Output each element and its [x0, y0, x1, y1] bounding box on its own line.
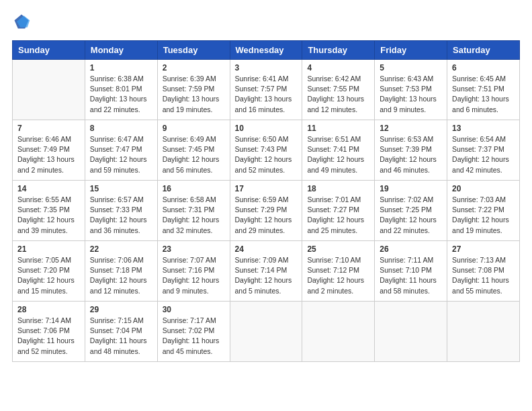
calendar-cell: 12Sunrise: 6:53 AMSunset: 7:39 PMDayligh…	[375, 120, 447, 181]
calendar-cell: 22Sunrise: 7:06 AMSunset: 7:18 PMDayligh…	[85, 241, 157, 302]
day-number: 12	[380, 124, 442, 133]
weekday-header: Thursday	[302, 41, 375, 60]
day-detail: Sunrise: 6:53 AMSunset: 7:39 PMDaylight:…	[380, 134, 442, 175]
calendar-cell	[302, 302, 375, 362]
day-detail: Sunrise: 7:05 AMSunset: 7:20 PMDaylight:…	[17, 255, 80, 296]
calendar-cell: 28Sunrise: 7:14 AMSunset: 7:06 PMDayligh…	[13, 302, 85, 362]
calendar-week-row: 14Sunrise: 6:55 AMSunset: 7:35 PMDayligh…	[13, 181, 520, 241]
calendar-cell: 8Sunrise: 6:47 AMSunset: 7:47 PMDaylight…	[85, 120, 157, 181]
day-detail: Sunrise: 6:58 AMSunset: 7:31 PMDaylight:…	[163, 195, 225, 236]
day-detail: Sunrise: 7:15 AMSunset: 7:04 PMDaylight:…	[90, 316, 152, 357]
calendar-week-row: 1Sunrise: 6:38 AMSunset: 8:01 PMDaylight…	[13, 60, 520, 120]
calendar-cell: 19Sunrise: 7:02 AMSunset: 7:25 PMDayligh…	[375, 181, 447, 241]
day-number: 24	[235, 244, 298, 254]
calendar-cell	[13, 60, 85, 120]
calendar-cell	[375, 302, 447, 362]
calendar-cell: 14Sunrise: 6:55 AMSunset: 7:35 PMDayligh…	[13, 181, 85, 241]
weekday-header: Saturday	[447, 41, 520, 60]
day-number: 18	[307, 184, 369, 193]
calendar-cell: 17Sunrise: 6:59 AMSunset: 7:29 PMDayligh…	[230, 181, 302, 241]
day-number: 21	[17, 244, 80, 254]
day-number: 13	[452, 124, 515, 133]
logo-icon	[12, 12, 31, 31]
calendar-header-row: SundayMondayTuesdayWednesdayThursdayFrid…	[13, 41, 520, 60]
day-number: 23	[163, 244, 225, 254]
day-detail: Sunrise: 7:10 AMSunset: 7:12 PMDaylight:…	[307, 255, 369, 296]
day-number: 10	[235, 124, 298, 133]
day-detail: Sunrise: 6:43 AMSunset: 7:53 PMDaylight:…	[380, 74, 442, 115]
day-detail: Sunrise: 7:14 AMSunset: 7:06 PMDaylight:…	[17, 316, 80, 357]
day-detail: Sunrise: 7:06 AMSunset: 7:18 PMDaylight:…	[90, 255, 152, 296]
calendar-cell: 7Sunrise: 6:46 AMSunset: 7:49 PMDaylight…	[13, 120, 85, 181]
day-number: 1	[90, 63, 152, 73]
weekday-header: Friday	[375, 41, 447, 60]
day-detail: Sunrise: 6:47 AMSunset: 7:47 PMDaylight:…	[90, 134, 152, 175]
day-number: 6	[452, 63, 515, 73]
day-detail: Sunrise: 6:59 AMSunset: 7:29 PMDaylight:…	[235, 195, 298, 236]
day-number: 29	[90, 305, 152, 314]
day-detail: Sunrise: 7:07 AMSunset: 7:16 PMDaylight:…	[163, 255, 225, 296]
calendar-cell: 20Sunrise: 7:03 AMSunset: 7:22 PMDayligh…	[447, 181, 520, 241]
day-number: 8	[90, 124, 152, 133]
calendar-cell: 10Sunrise: 6:50 AMSunset: 7:43 PMDayligh…	[230, 120, 302, 181]
day-number: 14	[17, 184, 80, 193]
day-number: 7	[17, 124, 80, 133]
calendar-cell: 11Sunrise: 6:51 AMSunset: 7:41 PMDayligh…	[302, 120, 375, 181]
calendar-cell: 23Sunrise: 7:07 AMSunset: 7:16 PMDayligh…	[157, 241, 230, 302]
calendar-table: SundayMondayTuesdayWednesdayThursdayFrid…	[12, 40, 520, 362]
calendar-cell: 4Sunrise: 6:42 AMSunset: 7:55 PMDaylight…	[302, 60, 375, 120]
calendar-cell: 30Sunrise: 7:17 AMSunset: 7:02 PMDayligh…	[157, 302, 230, 362]
day-number: 5	[380, 63, 442, 73]
calendar-cell: 3Sunrise: 6:41 AMSunset: 7:57 PMDaylight…	[230, 60, 302, 120]
day-number: 22	[90, 244, 152, 254]
calendar-cell	[447, 302, 520, 362]
day-detail: Sunrise: 6:55 AMSunset: 7:35 PMDaylight:…	[17, 195, 80, 236]
day-number: 26	[380, 244, 442, 254]
day-detail: Sunrise: 7:03 AMSunset: 7:22 PMDaylight:…	[452, 195, 515, 236]
day-detail: Sunrise: 6:39 AMSunset: 7:59 PMDaylight:…	[163, 74, 225, 115]
day-number: 28	[17, 305, 80, 314]
day-detail: Sunrise: 6:57 AMSunset: 7:33 PMDaylight:…	[90, 195, 152, 236]
day-number: 27	[452, 244, 515, 254]
day-detail: Sunrise: 7:13 AMSunset: 7:08 PMDaylight:…	[452, 255, 515, 296]
calendar-cell: 2Sunrise: 6:39 AMSunset: 7:59 PMDaylight…	[157, 60, 230, 120]
calendar-cell: 6Sunrise: 6:45 AMSunset: 7:51 PMDaylight…	[447, 60, 520, 120]
day-detail: Sunrise: 6:46 AMSunset: 7:49 PMDaylight:…	[17, 134, 80, 175]
logo	[12, 12, 34, 31]
day-number: 11	[307, 124, 369, 133]
calendar-cell: 29Sunrise: 7:15 AMSunset: 7:04 PMDayligh…	[85, 302, 157, 362]
day-detail: Sunrise: 7:17 AMSunset: 7:02 PMDaylight:…	[163, 316, 225, 357]
weekday-header: Tuesday	[157, 41, 230, 60]
day-detail: Sunrise: 6:51 AMSunset: 7:41 PMDaylight:…	[307, 134, 369, 175]
day-detail: Sunrise: 6:50 AMSunset: 7:43 PMDaylight:…	[235, 134, 298, 175]
day-detail: Sunrise: 6:38 AMSunset: 8:01 PMDaylight:…	[90, 74, 152, 115]
day-number: 9	[163, 124, 225, 133]
calendar-cell: 21Sunrise: 7:05 AMSunset: 7:20 PMDayligh…	[13, 241, 85, 302]
calendar-cell: 1Sunrise: 6:38 AMSunset: 8:01 PMDaylight…	[85, 60, 157, 120]
day-detail: Sunrise: 7:09 AMSunset: 7:14 PMDaylight:…	[235, 255, 298, 296]
calendar-week-row: 21Sunrise: 7:05 AMSunset: 7:20 PMDayligh…	[13, 241, 520, 302]
calendar-week-row: 28Sunrise: 7:14 AMSunset: 7:06 PMDayligh…	[13, 302, 520, 362]
day-number: 25	[307, 244, 369, 254]
calendar-cell: 18Sunrise: 7:01 AMSunset: 7:27 PMDayligh…	[302, 181, 375, 241]
calendar-week-row: 7Sunrise: 6:46 AMSunset: 7:49 PMDaylight…	[13, 120, 520, 181]
day-detail: Sunrise: 6:54 AMSunset: 7:37 PMDaylight:…	[452, 134, 515, 175]
calendar-cell: 16Sunrise: 6:58 AMSunset: 7:31 PMDayligh…	[157, 181, 230, 241]
day-detail: Sunrise: 7:01 AMSunset: 7:27 PMDaylight:…	[307, 195, 369, 236]
calendar-cell: 9Sunrise: 6:49 AMSunset: 7:45 PMDaylight…	[157, 120, 230, 181]
calendar-cell	[230, 302, 302, 362]
day-number: 20	[452, 184, 515, 193]
calendar-cell: 25Sunrise: 7:10 AMSunset: 7:12 PMDayligh…	[302, 241, 375, 302]
weekday-header: Monday	[85, 41, 157, 60]
day-number: 16	[163, 184, 225, 193]
calendar-cell: 5Sunrise: 6:43 AMSunset: 7:53 PMDaylight…	[375, 60, 447, 120]
day-number: 2	[163, 63, 225, 73]
weekday-header: Sunday	[13, 41, 85, 60]
calendar-cell: 24Sunrise: 7:09 AMSunset: 7:14 PMDayligh…	[230, 241, 302, 302]
day-number: 17	[235, 184, 298, 193]
day-detail: Sunrise: 6:45 AMSunset: 7:51 PMDaylight:…	[452, 74, 515, 115]
day-number: 15	[90, 184, 152, 193]
day-detail: Sunrise: 6:49 AMSunset: 7:45 PMDaylight:…	[163, 134, 225, 175]
day-detail: Sunrise: 7:11 AMSunset: 7:10 PMDaylight:…	[380, 255, 442, 296]
day-detail: Sunrise: 6:41 AMSunset: 7:57 PMDaylight:…	[235, 74, 298, 115]
